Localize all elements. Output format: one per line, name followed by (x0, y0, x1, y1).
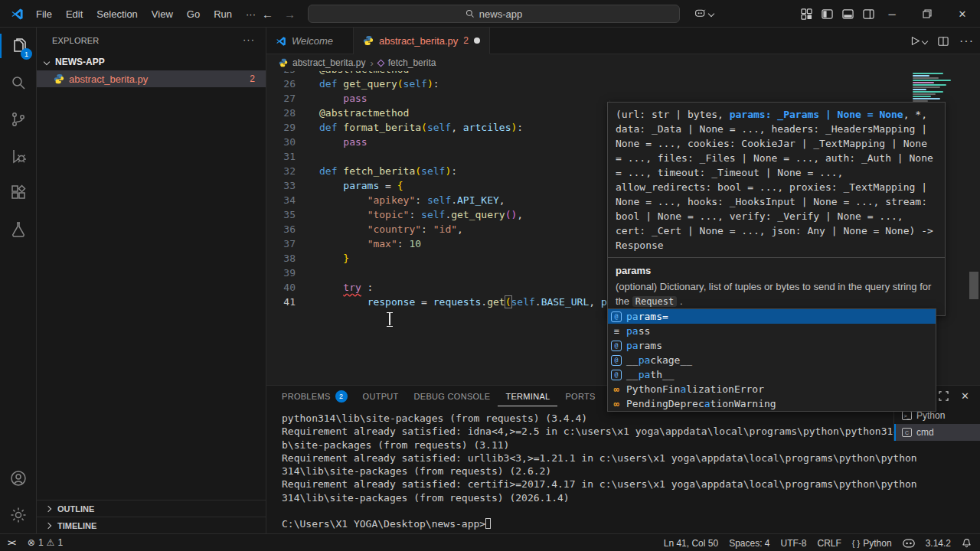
menu-file[interactable]: File (29, 5, 59, 23)
symbol-class-icon: ∞ (611, 384, 622, 395)
tab-ports[interactable]: PORTS (557, 386, 603, 406)
terminal-line: b\site-packages (from requests) (3.11) (282, 439, 888, 452)
close-button[interactable]: ✕ (945, 0, 980, 28)
folder-row-news-app[interactable]: NEWS-APP (37, 54, 266, 70)
activity-bar: 1 (0, 28, 37, 533)
active-indicator (0, 34, 2, 58)
settings-gear-icon[interactable] (0, 497, 37, 533)
explorer-sidebar: EXPLORER ··· NEWS-APP abstract_berita.py… (37, 28, 266, 533)
explorer-badge: 1 (21, 48, 32, 60)
copilot-icon (903, 539, 915, 548)
split-editor-icon[interactable] (938, 36, 949, 47)
sidebar-more-actions[interactable]: ··· (243, 34, 255, 45)
mouse-text-cursor (387, 312, 393, 325)
status-notifications[interactable] (956, 534, 977, 551)
source-control-activity-icon[interactable] (0, 101, 37, 138)
cmd-icon: C (902, 428, 912, 437)
timeline-section[interactable]: TIMELINE (37, 517, 266, 533)
suggestion-params=[interactable]: @params= (608, 309, 936, 324)
menu-selection[interactable]: Selection (90, 5, 144, 23)
suggestion-pass[interactable]: ≡pass (608, 324, 936, 338)
menu-view[interactable]: View (145, 5, 180, 23)
status-indentation[interactable]: Spaces: 4 (724, 534, 775, 551)
suggestion-pythonfinalizationerror[interactable]: ∞PythonFinalizationError (608, 382, 936, 396)
menu-[interactable]: ··· (239, 5, 263, 23)
suggestion-params[interactable]: @params (608, 338, 936, 353)
breadcrumb: abstract_berita.py › fetch_berita (266, 54, 980, 71)
terminal-line: Requirement already satisfied: urllib3<3… (282, 452, 888, 465)
menu-bar: FileEditSelectionViewGoRun··· (29, 0, 263, 28)
more-actions-icon[interactable]: ··· (959, 34, 974, 48)
parameter-doc: params (optional) Dictionary, list of tu… (608, 257, 945, 315)
outline-section[interactable]: OUTLINE (37, 500, 266, 517)
testing-activity-icon[interactable] (0, 211, 37, 248)
editor-scrollbar[interactable] (969, 272, 978, 299)
nav-forward-icon[interactable]: → (284, 8, 296, 21)
terminal-item-cmd[interactable]: C cmd (894, 424, 980, 441)
tab-welcome[interactable]: Welcome (266, 28, 354, 54)
tab-debug-console[interactable]: DEBUG CONSOLE (407, 386, 498, 406)
maximize-panel-icon[interactable] (939, 391, 949, 401)
terminal-output[interactable]: python314\lib\site-packages (from reques… (282, 412, 888, 531)
terminal-icon: >_ (902, 411, 912, 420)
minimap-line (913, 84, 946, 86)
tab-problems[interactable]: PROBLEMS 2 (274, 386, 355, 406)
symbol-keyword-icon: ≡ (611, 326, 622, 337)
terminal-line: 314\lib\site-packages (from requests) (2… (282, 491, 888, 504)
suggestion-__package__[interactable]: @__package__ (608, 353, 936, 367)
minimap-line (913, 93, 936, 95)
remote-indicator[interactable]: >< (0, 534, 22, 551)
breadcrumb-file[interactable]: abstract_berita.py (292, 57, 365, 68)
close-panel-icon[interactable]: ✕ (961, 390, 969, 402)
code-line-25: 25@abstractmethod (266, 71, 911, 77)
modified-dot-icon[interactable] (474, 37, 480, 44)
restore-button[interactable] (910, 0, 945, 28)
terminal-line: Requirement already satisfied: idna<4,>=… (282, 425, 888, 438)
extensions-activity-icon[interactable] (0, 174, 37, 211)
problems-badge: 2 (335, 390, 348, 403)
search-activity-icon[interactable] (0, 64, 37, 101)
terminal-cursor (485, 518, 491, 529)
status-eol[interactable]: CRLF (812, 534, 847, 551)
file-row-abstract-berita[interactable]: abstract_berita.py 2 (37, 70, 266, 87)
title-bar: FileEditSelectionViewGoRun··· ← → news-a… (0, 0, 980, 28)
sidebar-title: EXPLORER (52, 36, 100, 45)
nav-back-icon[interactable]: ← (262, 8, 273, 21)
suggestion-pendingdeprecationwarning[interactable]: ∞PendingDeprecationWarning (608, 396, 936, 411)
minimap-line (913, 77, 939, 79)
minimap-line (913, 96, 931, 97)
tab-terminal[interactable]: TERMINAL (498, 386, 557, 406)
autocomplete-dropdown: @params=≡pass@params@__package__@__path_… (607, 308, 936, 412)
breadcrumb-symbol[interactable]: fetch_berita (388, 57, 436, 68)
terminal-line: python314\lib\site-packages (from reques… (282, 412, 888, 425)
toggle-sidebar-icon[interactable] (818, 0, 835, 28)
explorer-activity-icon[interactable]: 1 (0, 28, 37, 64)
minimap-line (913, 91, 943, 93)
error-icon: ⊗ (28, 537, 35, 548)
status-encoding[interactable]: UTF-8 (776, 534, 812, 551)
run-debug-activity-icon[interactable] (0, 138, 37, 174)
status-cursor-position[interactable]: Ln 41, Col 50 (658, 534, 724, 551)
vscode-logo-icon (11, 8, 24, 21)
run-python-button[interactable] (910, 36, 927, 46)
layout-grid-icon[interactable] (798, 0, 815, 28)
status-language-mode[interactable]: { }Python (847, 534, 897, 551)
request-code-chip: Request (632, 296, 678, 307)
tab-output[interactable]: OUTPUT (355, 386, 407, 406)
copilot-menu-icon[interactable] (691, 0, 717, 28)
parameter-hint-tooltip: (url: str | bytes, params: _Params | Non… (607, 102, 946, 316)
status-copilot[interactable] (897, 534, 920, 551)
menu-run[interactable]: Run (207, 5, 239, 23)
menu-edit[interactable]: Edit (59, 5, 90, 23)
minimize-button[interactable]: ─ (874, 0, 910, 28)
breadcrumb-separator: › (370, 57, 373, 69)
suggestion-__path__[interactable]: @__path__ (608, 367, 936, 382)
command-center-search[interactable]: news-app (308, 5, 680, 23)
status-python-version[interactable]: 3.14.2 (920, 534, 956, 551)
tab-abstract-berita[interactable]: abstract_berita.py 2 (354, 28, 490, 54)
problems-status[interactable]: ⊗ 1 ⚠ 1 (22, 534, 68, 551)
toggle-panel-icon[interactable] (839, 0, 856, 28)
menu-go[interactable]: Go (180, 5, 207, 23)
code-line-26: 26def get_query(self): (266, 77, 911, 91)
account-icon[interactable] (0, 460, 37, 497)
